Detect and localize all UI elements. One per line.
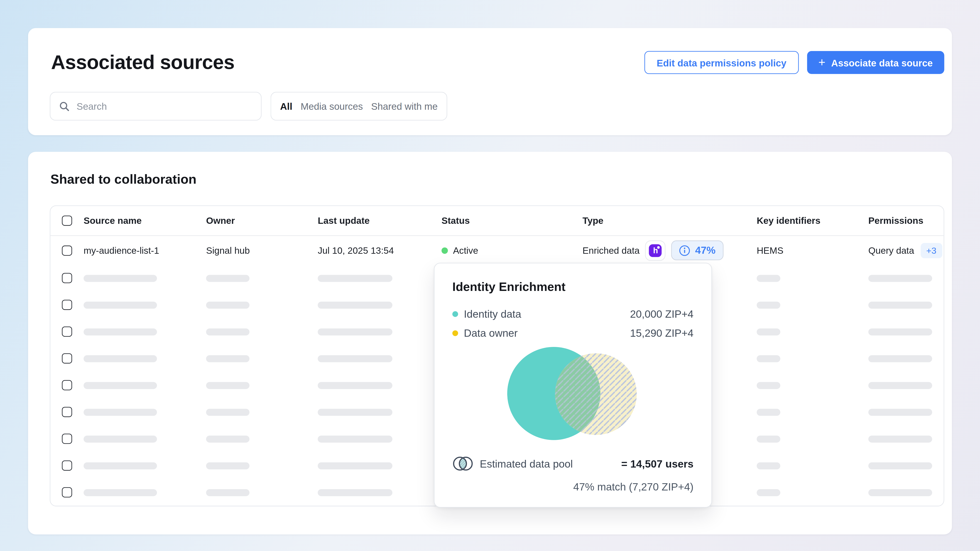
tab-shared-with-me[interactable]: Shared with me: [371, 101, 438, 111]
skeleton-bar: [206, 355, 249, 362]
estimated-pool-value: = 14,507 users: [621, 457, 694, 470]
skeleton-bar: [83, 275, 157, 282]
row-checkbox[interactable]: [62, 460, 72, 471]
row-checkbox[interactable]: [62, 273, 72, 283]
permissions-extra-chip[interactable]: +3: [921, 243, 942, 258]
match-percent-label: 47%: [695, 245, 716, 256]
venn-icon: [452, 455, 473, 472]
skeleton-bar: [83, 328, 157, 335]
header-card: Associated sources Edit data permissions…: [28, 28, 952, 135]
skeleton-bar: [869, 435, 932, 442]
popover-legend: Identity data 20,000 ZIP+4 Data owner 15…: [452, 308, 694, 339]
row-checkbox[interactable]: [62, 327, 72, 337]
match-detail: 47% match (7,270 ZIP+4): [452, 481, 694, 493]
skeleton-bar: [206, 408, 249, 415]
legend-identity-value: 20,000 ZIP+4: [630, 308, 694, 320]
col-owner: Owner: [206, 216, 318, 226]
legend-identity-data: Identity data 20,000 ZIP+4: [452, 308, 694, 320]
col-status: Status: [441, 216, 582, 226]
search-filter-row: All Media sources Shared with me: [50, 92, 447, 121]
skeleton-bar: [318, 489, 393, 496]
skeleton-bar: [757, 355, 780, 362]
skeleton-bar: [83, 489, 157, 496]
skeleton-bar: [83, 462, 157, 469]
type-label: Enriched data: [582, 245, 640, 255]
type-cell: Enriched data h 47%: [582, 240, 757, 260]
skeleton-bar: [83, 382, 157, 389]
col-source-name: Source name: [83, 216, 206, 226]
skeleton-bar: [869, 489, 932, 496]
owner-cell: Signal hub: [206, 245, 318, 255]
row-checkbox[interactable]: [62, 407, 72, 417]
legend-identity-label: Identity data: [464, 308, 521, 320]
skeleton-bar: [757, 275, 780, 282]
table-row[interactable]: my-audience-list-1 Signal hub Jul 10, 20…: [50, 236, 944, 265]
estimated-pool-label: Estimated data pool: [480, 457, 573, 470]
associate-source-label: Associate data source: [831, 57, 933, 68]
page-title: Associated sources: [51, 51, 235, 74]
info-icon: [679, 245, 691, 256]
search-input[interactable]: [75, 100, 252, 112]
skeleton-bar: [869, 408, 932, 415]
page: Associated sources Edit data permissions…: [0, 0, 980, 551]
row-checkbox[interactable]: [62, 487, 72, 497]
match-percent-chip[interactable]: 47%: [671, 240, 723, 260]
plus-icon: +: [818, 56, 825, 68]
popover-title: Identity Enrichment: [452, 280, 694, 294]
skeleton-bar: [206, 435, 249, 442]
skeleton-bar: [757, 382, 780, 389]
skeleton-bar: [318, 328, 393, 335]
skeleton-bar: [318, 382, 393, 389]
skeleton-bar: [757, 462, 780, 469]
skeleton-bar: [757, 328, 780, 335]
table-header-row: Source name Owner Last update Status Typ…: [50, 206, 944, 236]
section-heading: Shared to collaboration: [50, 171, 196, 187]
skeleton-bar: [757, 435, 780, 442]
col-permissions: Permissions: [869, 216, 944, 226]
legend-data-owner: Data owner 15,290 ZIP+4: [452, 327, 694, 339]
row-checkbox[interactable]: [62, 380, 72, 390]
skeleton-bar: [318, 462, 393, 469]
source-name-cell: my-audience-list-1: [83, 245, 206, 255]
skeleton-bar: [206, 301, 249, 308]
col-type: Type: [582, 216, 757, 226]
skeleton-bar: [206, 382, 249, 389]
key-identifiers-cell: HEMS: [757, 245, 869, 255]
yellow-dot-icon: [452, 330, 458, 336]
identity-enrichment-popover: Identity Enrichment Identity data 20,000…: [434, 263, 712, 508]
skeleton-bar: [206, 328, 249, 335]
estimated-pool-row: Estimated data pool = 14,507 users: [452, 455, 694, 472]
skeleton-bar: [869, 275, 932, 282]
enriched-data-logo-pill: h: [645, 240, 666, 260]
skeleton-bar: [869, 328, 932, 335]
select-all-checkbox[interactable]: [62, 216, 72, 226]
row-checkbox[interactable]: [62, 434, 72, 444]
status-label: Active: [453, 245, 478, 255]
skeleton-bar: [869, 355, 932, 362]
tab-all[interactable]: All: [280, 101, 293, 111]
row-checkbox[interactable]: [62, 353, 72, 364]
skeleton-bar: [318, 435, 393, 442]
tab-media-sources[interactable]: Media sources: [301, 101, 363, 111]
search-icon: [59, 101, 70, 111]
skeleton-bar: [206, 275, 249, 282]
skeleton-bar: [83, 355, 157, 362]
skeleton-bar: [318, 301, 393, 308]
skeleton-bar: [757, 489, 780, 496]
col-last-update: Last update: [318, 216, 442, 226]
edit-permissions-label: Edit data permissions policy: [657, 57, 786, 68]
skeleton-bar: [318, 275, 393, 282]
skeleton-bar: [83, 435, 157, 442]
edit-permissions-button[interactable]: Edit data permissions policy: [644, 51, 799, 74]
status-active-dot-icon: [441, 247, 448, 254]
associate-source-button[interactable]: + Associate data source: [807, 51, 944, 74]
legend-owner-value: 15,290 ZIP+4: [630, 327, 694, 339]
search-box[interactable]: [50, 92, 262, 121]
skeleton-bar: [206, 462, 249, 469]
skeleton-bar: [318, 408, 393, 415]
skeleton-bar: [757, 301, 780, 308]
skeleton-bar: [206, 489, 249, 496]
teal-dot-icon: [452, 311, 458, 317]
row-checkbox[interactable]: [62, 300, 72, 310]
row-checkbox[interactable]: [62, 245, 72, 255]
